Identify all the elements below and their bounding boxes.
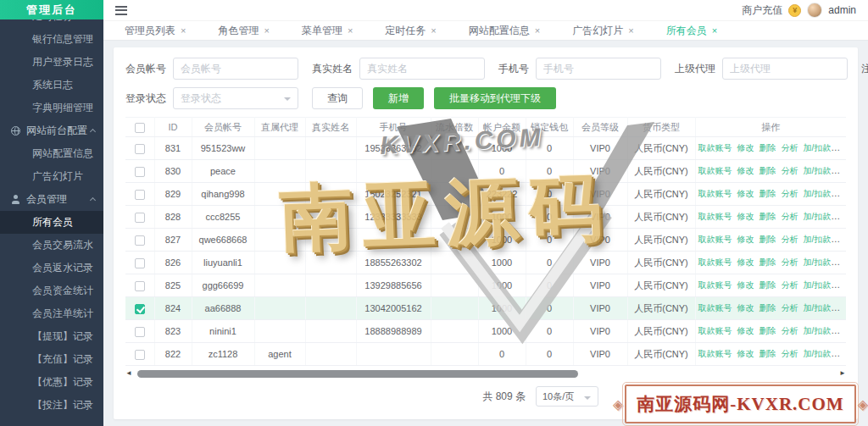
row-checkbox[interactable] <box>135 327 145 337</box>
op-withdraw-account[interactable]: 取款账号 <box>698 143 732 152</box>
op-delete[interactable]: 删除 <box>760 143 776 152</box>
sidebar-item-11[interactable]: 会员返水记录 <box>0 257 103 279</box>
op-withdraw-account[interactable]: 取款账号 <box>698 257 732 267</box>
sidebar-item-2[interactable]: 用户登录日志 <box>0 51 103 74</box>
op-delete[interactable]: 删除 <box>760 280 776 290</box>
tab-close-icon[interactable]: × <box>348 26 353 36</box>
sidebar-item-5[interactable]: 网站前台配置 <box>0 119 103 142</box>
op-delete[interactable]: 删除 <box>760 303 776 313</box>
op-delete[interactable]: 删除 <box>760 212 776 221</box>
row-checkbox[interactable] <box>135 235 145 246</box>
op-analysis[interactable]: 分析 <box>782 166 798 175</box>
tab-item-3[interactable]: 定时任务× <box>369 21 452 40</box>
op-analysis[interactable]: 分析 <box>782 257 798 267</box>
search-button[interactable]: 查询 <box>312 87 363 109</box>
op-delete[interactable]: 删除 <box>760 189 776 198</box>
row-checkbox[interactable] <box>135 350 145 360</box>
sidebar-item-9[interactable]: 所有会员 <box>0 211 103 234</box>
tab-item-4[interactable]: 网站配置信息× <box>453 21 556 40</box>
select-all-checkbox[interactable] <box>135 123 145 133</box>
op-analysis[interactable]: 分析 <box>782 280 798 290</box>
sidebar-item-16[interactable]: 【优惠】记录 <box>0 371 103 394</box>
op-edit[interactable]: 修改 <box>737 349 754 358</box>
op-analysis[interactable]: 分析 <box>782 235 798 244</box>
scroll-right-icon[interactable]: ► <box>839 368 846 379</box>
op-analysis[interactable]: 分析 <box>782 349 798 358</box>
phone-input[interactable] <box>536 58 661 80</box>
op-edit[interactable]: 修改 <box>737 166 754 175</box>
page-size-select[interactable]: 10条/页 <box>536 386 598 407</box>
sidebar-item-15[interactable]: 【充值】记录 <box>0 348 103 371</box>
agent-input[interactable] <box>722 58 848 80</box>
op-edit[interactable]: 修改 <box>737 212 754 221</box>
op-add-deduct[interactable]: 加/扣款 <box>804 349 832 358</box>
op-add-deduct[interactable]: 加/扣款 <box>804 303 832 313</box>
op-withdraw-account[interactable]: 取款账号 <box>698 235 732 244</box>
op-delete[interactable]: 删除 <box>760 349 776 358</box>
op-delete[interactable]: 删除 <box>760 235 776 244</box>
tab-close-icon[interactable]: × <box>712 26 717 36</box>
op-edit[interactable]: 修改 <box>737 326 754 335</box>
sidebar-item-6[interactable]: 网站配置信息 <box>0 142 103 165</box>
row-checkbox[interactable] <box>135 167 145 177</box>
status-select[interactable]: 登录状态 <box>173 87 298 109</box>
account-input[interactable] <box>173 58 298 80</box>
username[interactable]: admin <box>828 4 856 16</box>
op-edit[interactable]: 修改 <box>737 235 754 244</box>
scroll-left-icon[interactable]: ◄ <box>125 368 132 379</box>
op-edit[interactable]: 修改 <box>737 280 754 290</box>
sidebar-item-10[interactable]: 会员交易流水 <box>0 234 103 257</box>
sidebar-item-0[interactable]: 定时任务 <box>0 19 103 28</box>
op-delete[interactable]: 删除 <box>760 166 776 175</box>
op-add-deduct[interactable]: 加/扣款 <box>804 189 832 198</box>
tab-close-icon[interactable]: × <box>181 26 186 36</box>
tab-item-0[interactable]: 管理员列表× <box>108 21 202 40</box>
sidebar-item-13[interactable]: 会员注单统计 <box>0 302 103 325</box>
sidebar-item-8[interactable]: 会员管理 <box>0 188 103 211</box>
tab-close-icon[interactable]: × <box>264 26 269 36</box>
op-add-deduct[interactable]: 加/扣款 <box>804 166 832 175</box>
scrollbar-track[interactable] <box>136 370 836 378</box>
sidebar-item-7[interactable]: 广告幻灯片 <box>0 165 103 188</box>
row-checkbox[interactable] <box>135 304 145 314</box>
op-edit[interactable]: 修改 <box>737 189 754 198</box>
tab-item-5[interactable]: 广告幻灯片× <box>556 21 649 40</box>
op-withdraw-account[interactable]: 取款账号 <box>698 349 732 358</box>
row-checkbox[interactable] <box>135 258 145 268</box>
hamburger-icon[interactable] <box>115 6 127 15</box>
tab-item-6[interactable]: 所有会员× <box>650 21 733 40</box>
row-checkbox[interactable] <box>135 190 145 200</box>
op-delete[interactable]: 删除 <box>760 326 776 335</box>
op-add-deduct[interactable]: 加/扣款 <box>804 280 832 290</box>
row-checkbox[interactable] <box>135 144 145 154</box>
op-add-deduct[interactable]: 加/扣款 <box>804 326 832 335</box>
op-withdraw-account[interactable]: 取款账号 <box>698 303 732 313</box>
op-withdraw-account[interactable]: 取款账号 <box>698 212 732 221</box>
op-analysis[interactable]: 分析 <box>782 143 798 152</box>
tab-close-icon[interactable]: × <box>431 26 436 36</box>
merchant-recharge-link[interactable]: 商户充值 <box>742 3 782 18</box>
op-withdraw-account[interactable]: 取款账号 <box>698 280 732 290</box>
add-button[interactable]: 新增 <box>373 87 424 109</box>
tab-item-2[interactable]: 菜单管理× <box>286 21 369 40</box>
op-add-deduct[interactable]: 加/扣款 <box>804 235 832 244</box>
op-edit[interactable]: 修改 <box>737 303 754 313</box>
op-analysis[interactable]: 分析 <box>782 326 798 335</box>
sidebar-item-17[interactable]: 【投注】记录 <box>0 394 103 417</box>
op-analysis[interactable]: 分析 <box>782 189 798 198</box>
sidebar-item-3[interactable]: 系统日志 <box>0 74 103 97</box>
op-add-deduct[interactable]: 加/扣款 <box>804 212 832 221</box>
op-add-deduct[interactable]: 加/扣款 <box>804 143 832 152</box>
row-checkbox[interactable] <box>135 213 145 223</box>
op-withdraw-account[interactable]: 取款账号 <box>698 326 732 335</box>
user-avatar[interactable] <box>807 3 822 18</box>
op-analysis[interactable]: 分析 <box>782 303 798 313</box>
sidebar-item-1[interactable]: 银行信息管理 <box>0 28 103 51</box>
op-delete[interactable]: 删除 <box>760 257 776 267</box>
op-withdraw-account[interactable]: 取款账号 <box>698 189 732 198</box>
realname-input[interactable] <box>359 58 485 80</box>
op-add-deduct[interactable]: 加/扣款 <box>804 257 832 267</box>
sidebar-item-4[interactable]: 字典明细管理 <box>0 97 103 119</box>
sidebar-item-12[interactable]: 会员资金统计 <box>0 279 103 302</box>
tab-close-icon[interactable]: × <box>628 26 633 36</box>
